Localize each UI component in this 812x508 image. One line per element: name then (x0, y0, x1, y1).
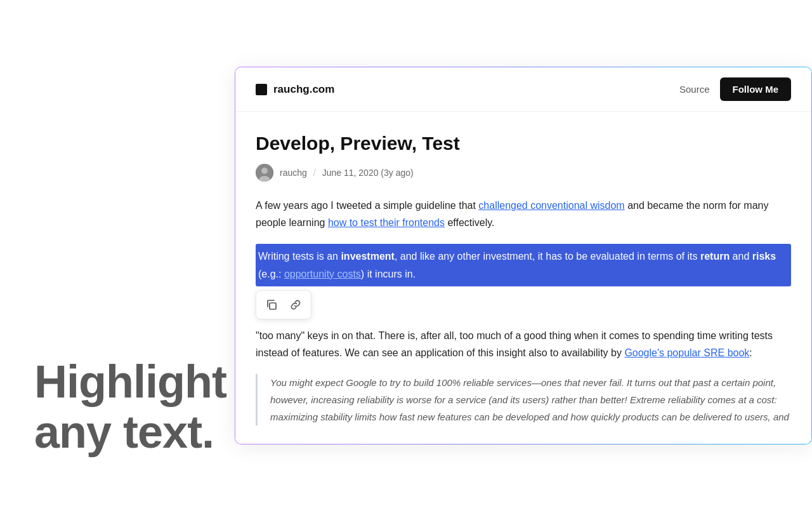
browser-inner: rauchg.com Source Follow Me Develop, Pre… (235, 67, 811, 444)
highlight-toolbar (256, 290, 311, 319)
blockquote: You might expect Google to try to build … (256, 374, 791, 425)
svg-rect-3 (270, 303, 276, 309)
browser-frame: rauchg.com Source Follow Me Develop, Pre… (235, 67, 812, 444)
article-body: Develop, Preview, Test rauchg / June 11,… (235, 112, 811, 444)
svg-point-1 (261, 168, 268, 174)
tagline: Highlight any text. (34, 357, 226, 457)
paragraph-1: A few years ago I tweeted a simple guide… (256, 197, 791, 231)
paragraph-3: "too many" keys in on that. There is, af… (256, 327, 791, 361)
link-test-frontends[interactable]: how to test their frontends (328, 217, 445, 228)
link-challenged[interactable]: challenged conventional wisdom (478, 200, 624, 211)
meta-separator: / (313, 168, 316, 178)
nav-bar: rauchg.com Source Follow Me (235, 67, 811, 112)
author-name: rauchg (280, 168, 307, 178)
site-name: rauchg.com (273, 83, 334, 96)
link-opportunity-costs[interactable]: opportunity costs (284, 269, 361, 279)
copy-button[interactable] (261, 295, 282, 315)
highlighted-paragraph[interactable]: Writing tests is an investment, and like… (256, 244, 791, 286)
link-button[interactable] (285, 295, 306, 315)
follow-button[interactable]: Follow Me (720, 77, 792, 101)
nav-right: Source Follow Me (679, 77, 791, 101)
link-sre-book[interactable]: Google's popular SRE book (624, 347, 749, 358)
source-link[interactable]: Source (679, 84, 710, 95)
article-meta: rauchg / June 11, 2020 (3y ago) (256, 164, 791, 182)
article-date: June 11, 2020 (3y ago) (322, 168, 414, 178)
left-panel: Highlight any text. (0, 0, 235, 508)
blockquote-text: You might expect Google to try to build … (270, 374, 791, 425)
site-logo: rauchg.com (256, 83, 334, 96)
logo-square-icon (256, 84, 267, 95)
avatar (256, 164, 273, 182)
article-title: Develop, Preview, Test (256, 132, 791, 155)
